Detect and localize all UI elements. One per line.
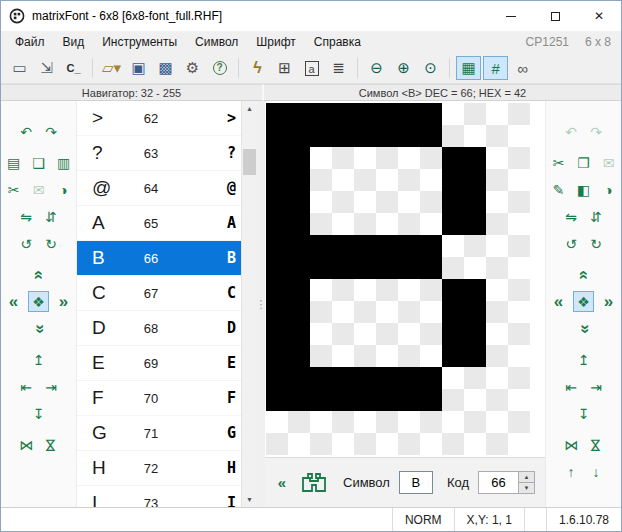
pixel-cell[interactable] (398, 279, 442, 323)
pixel-cell[interactable] (486, 235, 530, 279)
invert-icon[interactable]: ◑ (53, 179, 74, 200)
minimize-button[interactable] (489, 1, 533, 31)
char-list-scrollbar[interactable]: ▲ ▼ (241, 101, 257, 507)
code-increment-icon[interactable]: ▲ (518, 471, 535, 483)
code-decrement-icon[interactable]: ▼ (518, 483, 535, 494)
char-row-69[interactable]: E69E (77, 346, 241, 381)
shift-right-icon[interactable]: » (53, 291, 74, 312)
pixel-cell[interactable] (398, 367, 442, 411)
symbol-input[interactable] (399, 471, 433, 494)
charset-icon[interactable]: C_ (61, 56, 86, 80)
pixel-cell[interactable] (266, 323, 310, 367)
pixel-cell[interactable] (398, 411, 442, 455)
mirror-vertical-icon[interactable]: ⋈ (586, 434, 607, 455)
align-top-icon[interactable]: ↥ (28, 349, 49, 370)
pixel-cell[interactable] (310, 191, 354, 235)
char-row-71[interactable]: G71G (77, 416, 241, 451)
pixel-cell[interactable] (310, 103, 354, 147)
zoom-reset-icon[interactable]: ⊙ (418, 56, 443, 80)
copy-icon[interactable]: ❐ (573, 152, 594, 173)
pixel-cell[interactable] (354, 235, 398, 279)
pixel-cell[interactable] (398, 323, 442, 367)
show-grid-icon[interactable]: ▦ (456, 56, 481, 80)
flip-horizontal-icon[interactable]: ⇋ (561, 206, 582, 227)
list-icon[interactable]: ≣ (326, 56, 351, 80)
pixel-cell[interactable] (354, 191, 398, 235)
shift-up-icon[interactable]: « (573, 264, 594, 285)
pixel-cell[interactable] (486, 367, 530, 411)
pixel-cell[interactable] (310, 367, 354, 411)
next-char-icon[interactable]: ↓ (586, 461, 607, 482)
paste-icon[interactable]: ✉ (28, 179, 49, 200)
redo-icon[interactable]: ↷ (41, 121, 62, 142)
pixel-cell[interactable] (398, 147, 442, 191)
char-row-63[interactable]: ?63? (77, 136, 241, 171)
pixel-grid[interactable] (266, 103, 530, 455)
scroll-up-icon[interactable]: ▲ (242, 101, 257, 116)
pixel-cell[interactable] (442, 103, 486, 147)
previous-char-icon[interactable]: ↑ (561, 461, 582, 482)
pixel-cell[interactable] (442, 147, 486, 191)
preview-icon[interactable]: a (299, 56, 324, 80)
pixel-cell[interactable] (354, 103, 398, 147)
char-row-70[interactable]: F70F (77, 381, 241, 416)
pixel-cell[interactable] (266, 411, 310, 455)
shift-right-icon[interactable]: » (598, 291, 619, 312)
align-left-icon[interactable]: ⇤ (561, 376, 582, 397)
zoom-in-icon[interactable]: ⊕ (391, 56, 416, 80)
flip-vertical-icon[interactable]: ⇵ (586, 206, 607, 227)
pixel-cell[interactable] (310, 147, 354, 191)
settings-icon[interactable]: ⚙ (180, 56, 205, 80)
align-bottom-icon[interactable]: ↧ (573, 403, 594, 424)
pixel-cell[interactable] (442, 323, 486, 367)
pixel-cell[interactable] (354, 147, 398, 191)
undo-icon[interactable]: ↶ (16, 121, 37, 142)
move-icon[interactable]: ❖ (573, 291, 594, 312)
pixel-cell[interactable] (442, 411, 486, 455)
import-font-icon[interactable]: ⇲ (34, 56, 59, 80)
insert-columns-icon[interactable]: ▥ (53, 152, 74, 173)
align-top-icon[interactable]: ↥ (573, 349, 594, 370)
insert-rows-icon[interactable]: ▤ (3, 152, 24, 173)
paste-icon[interactable]: ✉ (598, 152, 619, 173)
char-row-67[interactable]: C67C (77, 276, 241, 311)
undo-icon[interactable]: ↶ (561, 121, 582, 142)
shift-left-icon[interactable]: « (3, 291, 24, 312)
pixel-cell[interactable] (266, 367, 310, 411)
char-row-66[interactable]: B66B (77, 241, 241, 276)
invert-icon[interactable]: ◑ (598, 179, 619, 200)
shift-up-icon[interactable]: « (28, 264, 49, 285)
fill-icon[interactable]: ◧ (573, 179, 594, 200)
rotate-left-icon[interactable]: ↺ (16, 233, 37, 254)
char-row-62[interactable]: >62> (77, 101, 241, 136)
code-input[interactable] (478, 471, 518, 494)
pixel-cell[interactable] (266, 103, 310, 147)
pixel-cell[interactable] (354, 279, 398, 323)
char-row-64[interactable]: @64@ (77, 171, 241, 206)
pixel-cell[interactable] (486, 191, 530, 235)
panel-splitter[interactable]: ⋮ (257, 101, 265, 507)
menu-view[interactable]: Вид (54, 33, 94, 51)
pixel-cell[interactable] (486, 103, 530, 147)
save-icon[interactable]: ▣ (126, 56, 151, 80)
scrollbar-thumb[interactable] (243, 149, 256, 175)
pixel-cell[interactable] (266, 147, 310, 191)
pixel-cell[interactable] (442, 279, 486, 323)
pixel-cell[interactable] (486, 411, 530, 455)
pixel-cell[interactable] (486, 279, 530, 323)
align-left-icon[interactable]: ⇤ (16, 376, 37, 397)
pixel-cell[interactable] (266, 279, 310, 323)
align-bottom-icon[interactable]: ↧ (28, 403, 49, 424)
pixel-cell[interactable] (310, 411, 354, 455)
draw-icon[interactable]: ✎ (548, 179, 569, 200)
pixel-cell[interactable] (398, 235, 442, 279)
new-font-icon[interactable]: ▭ (7, 56, 32, 80)
mirror-horizontal-icon[interactable]: ⋈ (16, 434, 37, 455)
pixel-cell[interactable] (398, 191, 442, 235)
rotate-right-icon[interactable]: ↻ (586, 233, 607, 254)
collapse-panel-button[interactable]: « (273, 474, 291, 491)
pixel-cell[interactable] (354, 367, 398, 411)
scroll-down-icon[interactable]: ▼ (242, 492, 257, 507)
pixel-cell[interactable] (442, 191, 486, 235)
maximize-button[interactable] (533, 1, 577, 31)
